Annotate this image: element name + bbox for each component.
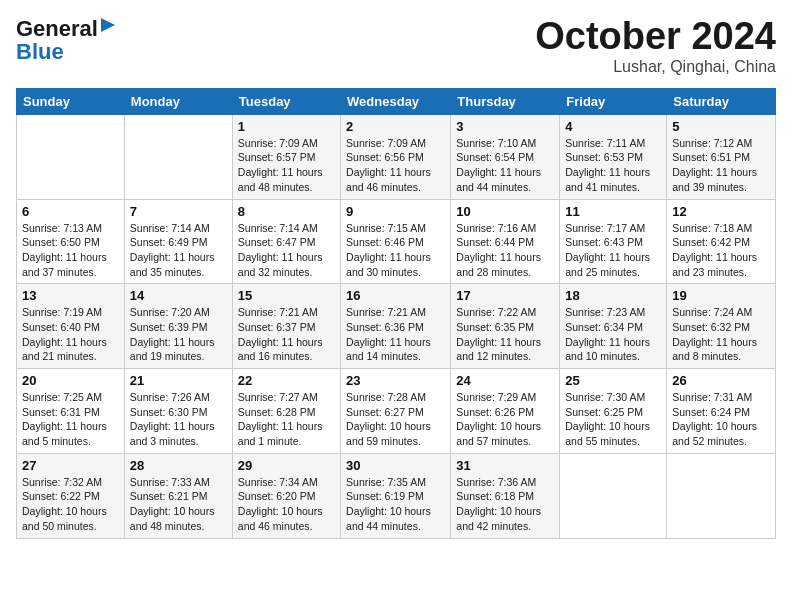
day-info: Sunrise: 7:19 AM Sunset: 6:40 PM Dayligh… bbox=[22, 305, 119, 364]
day-number: 31 bbox=[456, 458, 554, 473]
day-info: Sunrise: 7:18 AM Sunset: 6:42 PM Dayligh… bbox=[672, 221, 770, 280]
calendar-cell: 31Sunrise: 7:36 AM Sunset: 6:18 PM Dayli… bbox=[451, 453, 560, 538]
day-number: 23 bbox=[346, 373, 445, 388]
calendar-cell: 7Sunrise: 7:14 AM Sunset: 6:49 PM Daylig… bbox=[124, 199, 232, 284]
calendar-body: 1Sunrise: 7:09 AM Sunset: 6:57 PM Daylig… bbox=[17, 114, 776, 538]
day-info: Sunrise: 7:30 AM Sunset: 6:25 PM Dayligh… bbox=[565, 390, 661, 449]
day-info: Sunrise: 7:15 AM Sunset: 6:46 PM Dayligh… bbox=[346, 221, 445, 280]
day-number: 17 bbox=[456, 288, 554, 303]
day-number: 2 bbox=[346, 119, 445, 134]
calendar-cell: 23Sunrise: 7:28 AM Sunset: 6:27 PM Dayli… bbox=[341, 369, 451, 454]
day-number: 14 bbox=[130, 288, 227, 303]
weekday-header: Friday bbox=[560, 88, 667, 114]
calendar-cell bbox=[17, 114, 125, 199]
calendar-cell: 5Sunrise: 7:12 AM Sunset: 6:51 PM Daylig… bbox=[667, 114, 776, 199]
calendar-cell: 16Sunrise: 7:21 AM Sunset: 6:36 PM Dayli… bbox=[341, 284, 451, 369]
day-info: Sunrise: 7:14 AM Sunset: 6:49 PM Dayligh… bbox=[130, 221, 227, 280]
logo-blue: Blue bbox=[16, 39, 64, 65]
calendar-week-row: 13Sunrise: 7:19 AM Sunset: 6:40 PM Dayli… bbox=[17, 284, 776, 369]
day-info: Sunrise: 7:25 AM Sunset: 6:31 PM Dayligh… bbox=[22, 390, 119, 449]
calendar-cell: 6Sunrise: 7:13 AM Sunset: 6:50 PM Daylig… bbox=[17, 199, 125, 284]
day-info: Sunrise: 7:27 AM Sunset: 6:28 PM Dayligh… bbox=[238, 390, 335, 449]
day-info: Sunrise: 7:21 AM Sunset: 6:36 PM Dayligh… bbox=[346, 305, 445, 364]
calendar-cell: 30Sunrise: 7:35 AM Sunset: 6:19 PM Dayli… bbox=[341, 453, 451, 538]
calendar-cell: 24Sunrise: 7:29 AM Sunset: 6:26 PM Dayli… bbox=[451, 369, 560, 454]
day-number: 13 bbox=[22, 288, 119, 303]
day-number: 12 bbox=[672, 204, 770, 219]
day-info: Sunrise: 7:36 AM Sunset: 6:18 PM Dayligh… bbox=[456, 475, 554, 534]
day-info: Sunrise: 7:12 AM Sunset: 6:51 PM Dayligh… bbox=[672, 136, 770, 195]
day-info: Sunrise: 7:09 AM Sunset: 6:56 PM Dayligh… bbox=[346, 136, 445, 195]
day-number: 30 bbox=[346, 458, 445, 473]
title-area: October 2024 Lushar, Qinghai, China bbox=[535, 16, 776, 76]
day-info: Sunrise: 7:09 AM Sunset: 6:57 PM Dayligh… bbox=[238, 136, 335, 195]
page-header: General Blue October 2024 Lushar, Qingha… bbox=[16, 16, 776, 76]
day-number: 15 bbox=[238, 288, 335, 303]
day-info: Sunrise: 7:11 AM Sunset: 6:53 PM Dayligh… bbox=[565, 136, 661, 195]
day-info: Sunrise: 7:24 AM Sunset: 6:32 PM Dayligh… bbox=[672, 305, 770, 364]
day-number: 7 bbox=[130, 204, 227, 219]
calendar-cell: 14Sunrise: 7:20 AM Sunset: 6:39 PM Dayli… bbox=[124, 284, 232, 369]
calendar-cell: 18Sunrise: 7:23 AM Sunset: 6:34 PM Dayli… bbox=[560, 284, 667, 369]
day-info: Sunrise: 7:10 AM Sunset: 6:54 PM Dayligh… bbox=[456, 136, 554, 195]
calendar-cell: 12Sunrise: 7:18 AM Sunset: 6:42 PM Dayli… bbox=[667, 199, 776, 284]
calendar-cell: 27Sunrise: 7:32 AM Sunset: 6:22 PM Dayli… bbox=[17, 453, 125, 538]
calendar-cell: 29Sunrise: 7:34 AM Sunset: 6:20 PM Dayli… bbox=[232, 453, 340, 538]
day-info: Sunrise: 7:21 AM Sunset: 6:37 PM Dayligh… bbox=[238, 305, 335, 364]
day-number: 28 bbox=[130, 458, 227, 473]
logo-triangle-icon bbox=[101, 18, 115, 36]
calendar-cell: 22Sunrise: 7:27 AM Sunset: 6:28 PM Dayli… bbox=[232, 369, 340, 454]
weekday-header: Wednesday bbox=[341, 88, 451, 114]
day-info: Sunrise: 7:31 AM Sunset: 6:24 PM Dayligh… bbox=[672, 390, 770, 449]
day-number: 6 bbox=[22, 204, 119, 219]
day-info: Sunrise: 7:33 AM Sunset: 6:21 PM Dayligh… bbox=[130, 475, 227, 534]
day-number: 29 bbox=[238, 458, 335, 473]
calendar-cell bbox=[124, 114, 232, 199]
day-number: 18 bbox=[565, 288, 661, 303]
calendar-cell: 25Sunrise: 7:30 AM Sunset: 6:25 PM Dayli… bbox=[560, 369, 667, 454]
svg-marker-0 bbox=[101, 18, 115, 32]
calendar-cell: 28Sunrise: 7:33 AM Sunset: 6:21 PM Dayli… bbox=[124, 453, 232, 538]
calendar-week-row: 6Sunrise: 7:13 AM Sunset: 6:50 PM Daylig… bbox=[17, 199, 776, 284]
location: Lushar, Qinghai, China bbox=[535, 58, 776, 76]
weekday-header: Thursday bbox=[451, 88, 560, 114]
calendar-cell: 26Sunrise: 7:31 AM Sunset: 6:24 PM Dayli… bbox=[667, 369, 776, 454]
calendar-cell: 17Sunrise: 7:22 AM Sunset: 6:35 PM Dayli… bbox=[451, 284, 560, 369]
day-info: Sunrise: 7:22 AM Sunset: 6:35 PM Dayligh… bbox=[456, 305, 554, 364]
day-number: 24 bbox=[456, 373, 554, 388]
weekday-header: Monday bbox=[124, 88, 232, 114]
calendar-header-row: SundayMondayTuesdayWednesdayThursdayFrid… bbox=[17, 88, 776, 114]
calendar-cell bbox=[667, 453, 776, 538]
weekday-header: Saturday bbox=[667, 88, 776, 114]
calendar-cell: 8Sunrise: 7:14 AM Sunset: 6:47 PM Daylig… bbox=[232, 199, 340, 284]
calendar-cell: 11Sunrise: 7:17 AM Sunset: 6:43 PM Dayli… bbox=[560, 199, 667, 284]
day-number: 5 bbox=[672, 119, 770, 134]
calendar-cell: 19Sunrise: 7:24 AM Sunset: 6:32 PM Dayli… bbox=[667, 284, 776, 369]
day-info: Sunrise: 7:28 AM Sunset: 6:27 PM Dayligh… bbox=[346, 390, 445, 449]
day-info: Sunrise: 7:20 AM Sunset: 6:39 PM Dayligh… bbox=[130, 305, 227, 364]
day-number: 26 bbox=[672, 373, 770, 388]
calendar-cell bbox=[560, 453, 667, 538]
day-info: Sunrise: 7:16 AM Sunset: 6:44 PM Dayligh… bbox=[456, 221, 554, 280]
day-number: 25 bbox=[565, 373, 661, 388]
day-info: Sunrise: 7:23 AM Sunset: 6:34 PM Dayligh… bbox=[565, 305, 661, 364]
day-number: 16 bbox=[346, 288, 445, 303]
month-title: October 2024 bbox=[535, 16, 776, 58]
day-info: Sunrise: 7:26 AM Sunset: 6:30 PM Dayligh… bbox=[130, 390, 227, 449]
day-info: Sunrise: 7:34 AM Sunset: 6:20 PM Dayligh… bbox=[238, 475, 335, 534]
day-number: 11 bbox=[565, 204, 661, 219]
day-number: 22 bbox=[238, 373, 335, 388]
day-info: Sunrise: 7:35 AM Sunset: 6:19 PM Dayligh… bbox=[346, 475, 445, 534]
day-number: 10 bbox=[456, 204, 554, 219]
calendar-cell: 9Sunrise: 7:15 AM Sunset: 6:46 PM Daylig… bbox=[341, 199, 451, 284]
day-info: Sunrise: 7:13 AM Sunset: 6:50 PM Dayligh… bbox=[22, 221, 119, 280]
calendar-cell: 13Sunrise: 7:19 AM Sunset: 6:40 PM Dayli… bbox=[17, 284, 125, 369]
calendar-cell: 20Sunrise: 7:25 AM Sunset: 6:31 PM Dayli… bbox=[17, 369, 125, 454]
logo: General Blue bbox=[16, 16, 115, 65]
weekday-header: Tuesday bbox=[232, 88, 340, 114]
calendar-week-row: 20Sunrise: 7:25 AM Sunset: 6:31 PM Dayli… bbox=[17, 369, 776, 454]
calendar-cell: 1Sunrise: 7:09 AM Sunset: 6:57 PM Daylig… bbox=[232, 114, 340, 199]
day-number: 27 bbox=[22, 458, 119, 473]
calendar-cell: 10Sunrise: 7:16 AM Sunset: 6:44 PM Dayli… bbox=[451, 199, 560, 284]
weekday-header: Sunday bbox=[17, 88, 125, 114]
